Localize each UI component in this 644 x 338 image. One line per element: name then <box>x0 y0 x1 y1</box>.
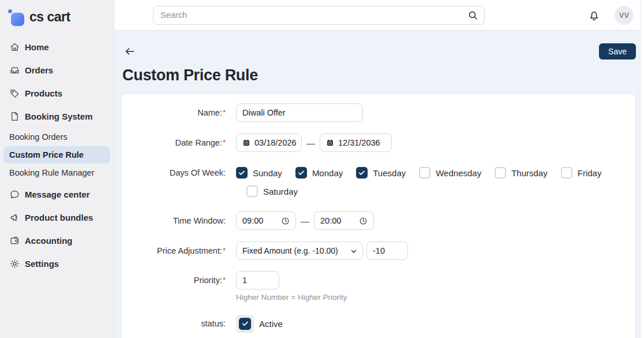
start-date-value: 03/18/2026 <box>254 138 297 147</box>
price-adjustment-label: Price Adjustment:* <box>122 242 236 260</box>
sidebar-nav: Home Orders Products Booking System Book… <box>0 28 114 272</box>
sidebar-item-custom-price-rule[interactable]: Custom Price Rule <box>3 146 110 164</box>
sidebar-item-message-center[interactable]: Message center <box>0 185 114 203</box>
sidebar-item-product-bundles[interactable]: Product bundles <box>0 209 114 226</box>
checkbox[interactable] <box>295 167 307 179</box>
end-date-value: 12/31/2036 <box>338 138 380 147</box>
sidebar-item-orders[interactable]: Orders <box>0 61 114 79</box>
chevron-down-icon <box>350 247 358 257</box>
status-active-checkbox[interactable]: Active <box>236 315 283 333</box>
selected-option: Fixed Amount (e.g. -10.00) <box>242 246 338 255</box>
sidebar-item-products[interactable]: Products <box>0 84 114 102</box>
name-row: Name:* <box>122 103 635 122</box>
scrollbar[interactable] <box>640 0 644 338</box>
sidebar-item-booking-orders[interactable]: Booking Orders <box>0 129 114 145</box>
sidebar-item-booking-rule-manager[interactable]: Booking Rule Manager <box>0 165 114 181</box>
checkbox-halo <box>236 315 254 333</box>
price-adjustment-amount-input[interactable] <box>366 242 408 260</box>
sidebar-item-home[interactable]: Home <box>0 38 114 55</box>
checkbox[interactable] <box>246 185 258 197</box>
days-of-week-label: Days Of Week: <box>122 166 236 179</box>
day-checkbox-monday[interactable]: Monday <box>295 167 343 179</box>
end-time-input[interactable]: 20:00 <box>314 211 374 230</box>
main-content: Save Custom Price Rule Name:* Date Range… <box>114 31 644 338</box>
back-arrow-icon[interactable] <box>123 44 138 59</box>
sidebar-item-accounting[interactable]: Accounting <box>0 232 114 249</box>
calendar-icon <box>326 139 334 147</box>
status-row: status: Active <box>122 314 635 333</box>
time-window-separator: — <box>301 216 309 226</box>
end-time-value: 20:00 <box>320 216 341 225</box>
priority-hint: Higher Number = Higher Priority <box>236 293 347 302</box>
day-checkbox-sunday[interactable]: Sunday <box>236 167 282 179</box>
required-marker: * <box>223 246 226 255</box>
price-adjustment-row: Price Adjustment:* Fixed Amount (e.g. -1… <box>122 242 635 260</box>
sidebar: cs cart Home Orders Products Booking Sys… <box>0 0 114 338</box>
sidebar-item-booking-system[interactable]: Booking System <box>0 107 114 125</box>
home-icon <box>9 42 20 53</box>
sidebar-item-settings[interactable]: Settings <box>0 255 114 272</box>
search-bar <box>153 6 485 25</box>
day-checkbox-wednesday[interactable]: Wednesday <box>419 167 481 179</box>
chat-icon <box>9 189 20 200</box>
brand-name: cs cart <box>29 9 70 25</box>
cscart-logo-icon <box>9 10 24 25</box>
priority-label: Priority:* <box>122 271 236 289</box>
status-label: status: <box>122 314 236 333</box>
date-range-label: Date Range:* <box>122 133 236 152</box>
megaphone-icon <box>9 212 20 223</box>
time-window-row: Time Window: 09:00 — 20:00 <box>122 211 635 230</box>
search-input[interactable] <box>153 6 485 25</box>
name-input[interactable] <box>236 103 363 122</box>
gear-icon <box>9 258 20 269</box>
price-adjustment-type-select[interactable]: Fixed Amount (e.g. -10.00) <box>236 242 363 260</box>
required-marker: * <box>223 276 226 284</box>
wallet-icon <box>9 235 20 246</box>
time-window-label: Time Window: <box>122 211 236 230</box>
notifications-bell-icon[interactable] <box>587 9 601 22</box>
calendar-icon <box>242 139 250 147</box>
checkbox[interactable] <box>419 167 430 179</box>
required-marker: * <box>223 108 226 117</box>
checkbox[interactable] <box>495 167 506 179</box>
status-checkbox-label: Active <box>259 319 283 329</box>
tag-icon <box>9 88 20 99</box>
topbar: VV <box>114 0 644 31</box>
start-time-input[interactable]: 09:00 <box>236 211 296 230</box>
end-date-input[interactable]: 12/31/2036 <box>320 133 392 152</box>
start-date-input[interactable]: 03/18/2026 <box>236 133 302 152</box>
required-marker: * <box>223 138 226 147</box>
page-title: Custom Price Rule <box>121 65 636 85</box>
app-window: cs cart Home Orders Products Booking Sys… <box>0 0 644 338</box>
brand-logo[interactable]: cs cart <box>0 0 114 28</box>
checkbox[interactable] <box>561 167 572 179</box>
day-checkbox-tuesday[interactable]: Tuesday <box>356 167 406 179</box>
priority-input[interactable] <box>236 271 279 289</box>
priority-row: Priority:* Higher Number = Higher Priori… <box>122 271 635 302</box>
save-button[interactable]: Save <box>599 43 636 60</box>
start-time-value: 09:00 <box>242 216 263 225</box>
clock-icon <box>359 217 368 225</box>
clock-icon <box>281 217 290 225</box>
rule-form-card: Name:* Date Range:* 03/18/2026 — 12/ <box>121 93 636 338</box>
checkbox[interactable] <box>356 167 368 179</box>
day-checkbox-thursday[interactable]: Thursday <box>495 167 548 179</box>
date-range-separator: — <box>306 138 315 148</box>
name-label: Name:* <box>122 103 236 122</box>
checkbox[interactable] <box>236 167 248 179</box>
date-range-row: Date Range:* 03/18/2026 — 12/31/2036 <box>122 133 635 152</box>
search-icon[interactable] <box>467 10 478 21</box>
days-of-week-row: Days Of Week: Sunday Monday <box>122 166 635 198</box>
checkbox[interactable] <box>239 318 251 330</box>
document-icon <box>9 111 20 122</box>
orders-icon <box>9 65 20 76</box>
user-avatar[interactable]: VV <box>615 6 634 25</box>
day-checkbox-friday[interactable]: Friday <box>561 167 602 179</box>
day-checkbox-saturday[interactable]: Saturday <box>246 185 298 197</box>
